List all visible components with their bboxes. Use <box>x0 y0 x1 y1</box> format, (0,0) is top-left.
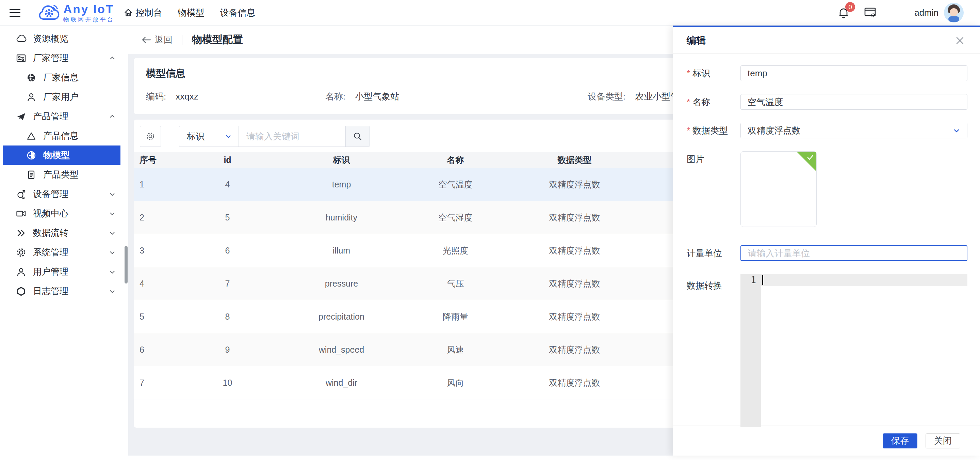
editor-active-line <box>761 274 967 286</box>
search-group: 标识 <box>179 126 370 147</box>
page-title: 物模型配置 <box>192 33 243 47</box>
user-avatar[interactable] <box>944 3 964 22</box>
sidebar-item-label: 厂家信息 <box>43 72 128 83</box>
cell-index: 2 <box>134 201 178 234</box>
cell-datatype: 双精度浮点数 <box>505 267 644 300</box>
sidebar-item-label: 厂家用户 <box>43 91 128 103</box>
topnav-thing-model[interactable]: 物模型 <box>178 7 205 19</box>
sidebar-item-video-center[interactable]: 视频中心 <box>0 204 128 223</box>
drawer-body: 标识 名称 数据类型 双精度浮点数 <box>673 54 980 427</box>
cell-datatype: 双精度浮点数 <box>505 366 644 399</box>
transform-row: 数据转换 1 <box>687 274 967 427</box>
column-header: 序号 <box>134 152 178 168</box>
video-camera-icon <box>15 208 27 219</box>
sidebar-item-product-type[interactable]: 产品类型 <box>0 165 128 184</box>
sidebar-item-label: 产品信息 <box>43 130 128 142</box>
hexagon-icon <box>15 286 27 297</box>
cell-identifier: humidity <box>277 201 406 234</box>
transform-code-editor[interactable]: 1 <box>740 274 967 427</box>
sidebar-item-resource-overview[interactable]: 资源概览 <box>0 29 128 48</box>
save-button[interactable]: 保存 <box>883 433 917 449</box>
model-code-value: xxqxz <box>176 91 198 102</box>
identifier-label: 标识 <box>687 65 740 81</box>
cell-datatype: 双精度浮点数 <box>505 168 644 201</box>
cloud-icon <box>15 34 27 44</box>
topnav-device-info[interactable]: 设备信息 <box>220 7 256 19</box>
sidebar-item-vendor-users[interactable]: 厂家用户 <box>0 87 128 107</box>
column-settings-button[interactable] <box>140 126 161 147</box>
device-type-label: 设备类型: <box>588 91 625 102</box>
cell-id: 6 <box>178 234 277 267</box>
name-row: 名称 <box>687 94 967 110</box>
menu-collapse-icon[interactable] <box>10 6 23 19</box>
gear-icon <box>15 247 27 258</box>
cell-id: 7 <box>178 267 277 300</box>
sidebar-item-label: 日志管理 <box>33 285 108 297</box>
globe-icon <box>25 73 37 83</box>
topnav-console[interactable]: 控制台 <box>124 7 162 19</box>
sidebar-item-label: 物模型 <box>43 149 121 161</box>
editor-content[interactable] <box>761 274 967 427</box>
sidebar-item-label: 视频中心 <box>33 208 108 219</box>
identifier-input[interactable] <box>740 65 967 81</box>
sidebar-item-log-management[interactable]: 日志管理 <box>0 281 128 301</box>
device-link-icon <box>15 189 27 200</box>
topbar-right: 0 admin <box>837 3 980 22</box>
cell-identifier: wind_speed <box>277 333 406 366</box>
close-icon[interactable] <box>954 35 966 46</box>
chevron-down-icon <box>108 229 116 237</box>
chevron-down-icon <box>108 249 116 256</box>
sidebar-scrollbar[interactable] <box>124 246 127 283</box>
cell-name: 气压 <box>406 267 505 300</box>
cell-name: 空气温度 <box>406 168 505 201</box>
cell-name: 风向 <box>406 366 505 399</box>
sidebar-item-data-flow[interactable]: 数据流转 <box>0 223 128 243</box>
chevron-down-icon <box>952 126 961 135</box>
chevron-up-icon <box>108 113 116 120</box>
logo-subtitle: 物联网开放平台 <box>63 17 115 22</box>
thing-model-icon <box>25 150 37 160</box>
cell-id: 10 <box>178 366 277 399</box>
sidebar-item-label: 产品管理 <box>33 110 108 122</box>
chevron-down-icon <box>224 132 232 141</box>
close-button[interactable]: 关闭 <box>926 433 960 449</box>
name-input[interactable] <box>740 94 967 110</box>
image-label: 图片 <box>687 151 740 227</box>
filter-field-value: 标识 <box>187 131 205 142</box>
cell-id: 8 <box>178 300 277 333</box>
search-button[interactable] <box>345 126 369 147</box>
unit-row: 计量单位 <box>687 245 967 261</box>
search-input[interactable] <box>239 126 345 147</box>
unit-input[interactable] <box>740 245 967 261</box>
sidebar-item-vendor-info[interactable]: 厂家信息 <box>0 68 128 87</box>
filter-field-select[interactable]: 标识 <box>179 126 239 147</box>
sidebar-item-system-management[interactable]: 系统管理 <box>0 243 128 262</box>
sidebar-item-product-management[interactable]: 产品管理 <box>0 107 128 126</box>
drawer-footer: 保存 关闭 <box>673 426 980 455</box>
cell-index: 3 <box>134 234 178 267</box>
sidebar-item-user-management[interactable]: 用户管理 <box>0 262 128 281</box>
workspace-settings-icon[interactable] <box>864 7 877 18</box>
image-upload-box[interactable] <box>740 151 817 227</box>
sidebar-item-device-management[interactable]: 设备管理 <box>0 184 128 204</box>
notification-bell-icon[interactable]: 0 <box>837 6 850 19</box>
double-chevron-right-icon <box>15 228 27 238</box>
back-button[interactable]: 返回 <box>141 34 172 46</box>
notification-badge: 0 <box>845 2 855 12</box>
username-label[interactable]: admin <box>914 8 939 18</box>
paper-plane-icon <box>15 111 27 122</box>
sidebar-item-thing-model[interactable]: 物模型 <box>3 145 121 165</box>
arrow-left-icon <box>141 35 151 44</box>
triangle-icon <box>25 131 37 141</box>
sidebar-item-label: 数据流转 <box>33 227 108 239</box>
app-window: Any IoT 物联网开放平台 控制台 物模型 设备信息 <box>0 0 980 455</box>
cell-index: 1 <box>134 168 178 201</box>
check-icon <box>806 153 814 161</box>
sidebar-item-label: 厂家管理 <box>33 52 108 64</box>
cell-identifier: wind_dir <box>277 366 406 399</box>
datatype-select[interactable]: 双精度浮点数 <box>740 123 967 138</box>
sidebar-item-vendor-management[interactable]: 厂家管理 <box>0 48 128 68</box>
home-icon <box>124 8 133 18</box>
document-icon <box>25 170 37 180</box>
sidebar-item-product-info[interactable]: 产品信息 <box>0 126 128 145</box>
